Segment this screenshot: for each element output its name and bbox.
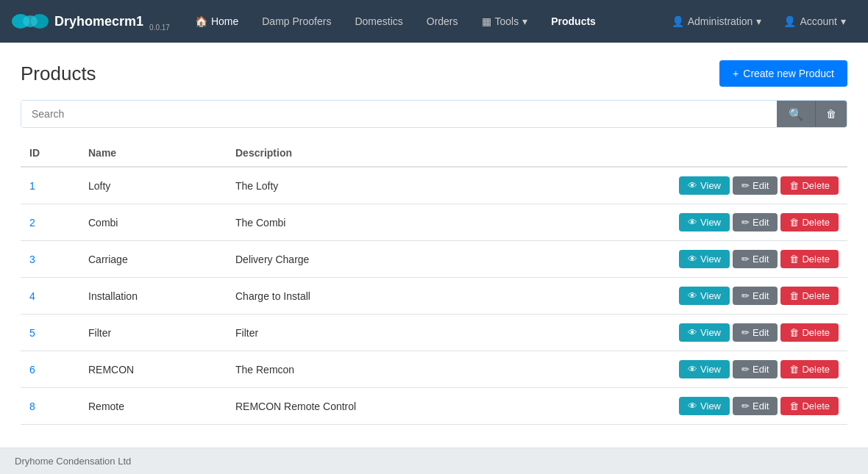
search-button[interactable]: 🔍: [777, 101, 815, 127]
action-buttons: 👁 View ✏ Edit 🗑 Delete: [679, 323, 839, 342]
create-product-button[interactable]: + Create new Product: [719, 60, 847, 87]
pencil-icon: ✏: [741, 327, 750, 338]
cell-name: REMCON: [79, 351, 227, 388]
trash-icon: 🗑: [826, 108, 836, 120]
page-header: Products + Create new Product: [21, 60, 847, 87]
account-dropdown-icon: ▾: [841, 15, 846, 27]
cell-description: The Lofty: [227, 167, 670, 204]
cell-description: Filter: [227, 315, 670, 351]
cell-actions: 👁 View ✏ Edit 🗑 Delete: [670, 241, 847, 278]
trash-icon: 🗑: [789, 217, 799, 228]
action-buttons: 👁 View ✏ Edit 🗑 Delete: [679, 287, 839, 305]
nav-administration[interactable]: 👤 Administration ▾: [661, 10, 772, 33]
nav-products[interactable]: Products: [541, 10, 606, 33]
view-button[interactable]: 👁 View: [679, 287, 730, 305]
view-button[interactable]: 👁 View: [679, 213, 730, 231]
table-row: 5 Filter Filter 👁 View ✏ Edit 🗑 Dele: [21, 315, 847, 351]
table-header-row: ID Name Description: [21, 140, 847, 167]
cell-actions: 👁 View ✏ Edit 🗑 Delete: [670, 315, 847, 351]
action-buttons: 👁 View ✏ Edit 🗑 Delete: [679, 360, 839, 378]
action-buttons: 👁 View ✏ Edit 🗑 Delete: [679, 397, 839, 415]
tools-grid-icon: ▦: [482, 15, 491, 27]
administration-icon: 👤: [672, 15, 684, 27]
edit-button[interactable]: ✏ Edit: [733, 397, 778, 415]
edit-button[interactable]: ✏ Edit: [733, 323, 778, 342]
cell-actions: 👁 View ✏ Edit 🗑 Delete: [670, 167, 847, 204]
trash-icon: 🗑: [789, 254, 799, 265]
col-header-id: ID: [21, 140, 79, 167]
pencil-icon: ✏: [741, 290, 750, 301]
search-input[interactable]: [21, 101, 777, 127]
product-id-link[interactable]: 2: [29, 217, 35, 229]
product-id-link[interactable]: 5: [29, 327, 35, 339]
edit-button[interactable]: ✏ Edit: [733, 287, 778, 305]
edit-button[interactable]: ✏ Edit: [733, 213, 778, 231]
delete-button[interactable]: 🗑 Delete: [780, 360, 839, 378]
trash-icon: 🗑: [789, 180, 799, 191]
pencil-icon: ✏: [741, 217, 750, 228]
nav-damp-proofers[interactable]: Damp Proofers: [252, 10, 341, 33]
footer: Dryhome Condensation Ltd: [0, 448, 868, 474]
cell-description: The Combi: [227, 204, 670, 241]
trash-icon: 🗑: [789, 401, 799, 412]
product-id-link[interactable]: 1: [29, 180, 35, 192]
product-id-link[interactable]: 8: [29, 401, 35, 412]
delete-button[interactable]: 🗑 Delete: [780, 176, 839, 195]
view-button[interactable]: 👁 View: [679, 176, 730, 195]
cell-actions: 👁 View ✏ Edit 🗑 Delete: [670, 204, 847, 241]
nav-orders[interactable]: Orders: [416, 10, 469, 33]
nav-domestics[interactable]: Domestics: [344, 10, 413, 33]
edit-button[interactable]: ✏ Edit: [733, 250, 778, 268]
tools-dropdown-icon: ▾: [522, 15, 527, 27]
edit-button[interactable]: ✏ Edit: [733, 176, 778, 195]
eye-icon: 👁: [688, 290, 697, 301]
eye-icon: 👁: [688, 180, 697, 191]
view-button[interactable]: 👁 View: [679, 323, 730, 342]
eye-icon: 👁: [688, 217, 697, 228]
brand-name: Dryhomecrm1: [54, 14, 143, 29]
cell-name: Carriage: [79, 241, 227, 278]
cell-description: Delivery Charge: [227, 241, 670, 278]
view-button[interactable]: 👁 View: [679, 397, 730, 415]
cell-description: Charge to Install: [227, 278, 670, 315]
col-header-description: Description: [227, 140, 670, 167]
nav-home[interactable]: 🏠 Home: [185, 10, 249, 33]
eye-icon: 👁: [688, 401, 697, 412]
view-button[interactable]: 👁 View: [679, 250, 730, 268]
pencil-icon: ✏: [741, 364, 750, 375]
view-button[interactable]: 👁 View: [679, 360, 730, 378]
cell-name: Filter: [79, 315, 227, 351]
table-body: 1 Lofty The Lofty 👁 View ✏ Edit 🗑 De: [21, 167, 847, 425]
admin-dropdown-icon: ▾: [756, 15, 761, 27]
cell-actions: 👁 View ✏ Edit 🗑 Delete: [670, 351, 847, 388]
product-id-link[interactable]: 6: [29, 364, 35, 376]
table-row: 2 Combi The Combi 👁 View ✏ Edit 🗑 De: [21, 204, 847, 241]
action-buttons: 👁 View ✏ Edit 🗑 Delete: [679, 176, 839, 195]
cell-id: 5: [21, 315, 79, 351]
cell-name: Lofty: [79, 167, 227, 204]
delete-button[interactable]: 🗑 Delete: [780, 287, 839, 305]
table-header: ID Name Description: [21, 140, 847, 167]
delete-button[interactable]: 🗑 Delete: [780, 323, 839, 342]
action-buttons: 👁 View ✏ Edit 🗑 Delete: [679, 250, 839, 268]
action-buttons: 👁 View ✏ Edit 🗑 Delete: [679, 213, 839, 231]
brand-logo-link[interactable]: Dryhomecrm1 0.0.17: [12, 8, 170, 35]
eye-icon: 👁: [688, 254, 697, 265]
eye-icon: 👁: [688, 327, 697, 338]
cell-name: Combi: [79, 204, 227, 241]
nav-tools[interactable]: ▦ Tools ▾: [472, 10, 538, 33]
pencil-icon: ✏: [741, 180, 750, 191]
eye-icon: 👁: [688, 364, 697, 375]
trash-icon: 🗑: [789, 290, 799, 301]
delete-button[interactable]: 🗑 Delete: [780, 250, 839, 268]
delete-button[interactable]: 🗑 Delete: [780, 397, 839, 415]
product-id-link[interactable]: 4: [29, 290, 35, 302]
cell-actions: 👁 View ✏ Edit 🗑 Delete: [670, 388, 847, 425]
delete-button[interactable]: 🗑 Delete: [780, 213, 839, 231]
cell-id: 2: [21, 204, 79, 241]
clear-search-button[interactable]: 🗑: [815, 101, 847, 127]
product-id-link[interactable]: 3: [29, 254, 35, 265]
edit-button[interactable]: ✏ Edit: [733, 360, 778, 378]
nav-account[interactable]: 👤 Account ▾: [773, 10, 856, 33]
plus-icon: +: [733, 68, 739, 79]
